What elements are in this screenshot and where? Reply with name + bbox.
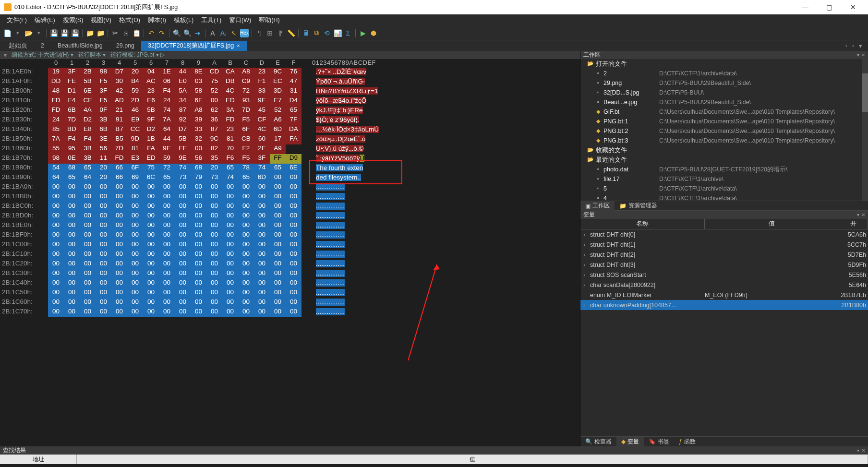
tree-item[interactable]: ▫Beaut...e.jpgD:\CTF\P5-BUU\29Beautiful_… (580, 97, 868, 107)
hex-ascii[interactable]: ................ (307, 192, 345, 202)
hex-byte[interactable]: 00 (286, 260, 301, 269)
hex-byte[interactable]: CC (127, 125, 143, 135)
hex-byte[interactable]: 00 (80, 192, 96, 202)
hex-byte[interactable]: 00 (143, 279, 159, 288)
hex-byte[interactable]: D4 (286, 96, 301, 106)
hex-byte[interactable]: 00 (254, 183, 270, 192)
hex-byte[interactable]: 00 (254, 240, 270, 250)
hex-byte[interactable]: 00 (286, 231, 301, 240)
cut-icon[interactable]: ✂ (111, 29, 120, 37)
hex-row[interactable]: 2B:1B60h:55953B567D81FA9EFF008270F22EA9U… (0, 144, 580, 154)
hex-byte[interactable]: 00 (96, 231, 111, 240)
hex-byte[interactable]: 00 (96, 308, 111, 317)
hex-byte[interactable]: 3F (254, 154, 270, 164)
hex-byte[interactable]: 00 (206, 183, 222, 192)
hex-byte[interactable]: 4C (254, 125, 270, 135)
hex-byte[interactable]: 00 (191, 144, 206, 154)
hex-byte[interactable]: 66 (111, 173, 127, 183)
hex-byte[interactable]: 00 (80, 231, 96, 240)
variable-row[interactable]: ›struct SOS scanStart5E56h (580, 270, 868, 280)
hex-byte[interactable]: 00 (286, 183, 301, 192)
hex-byte[interactable]: 6E (286, 164, 301, 173)
hex-byte[interactable]: 6C (143, 173, 159, 183)
hex-byte[interactable]: 24 (48, 116, 64, 125)
hex-byte[interactable]: 34 (175, 96, 191, 106)
hex-byte[interactable]: 00 (206, 96, 222, 106)
hex-byte[interactable]: D2 (143, 125, 159, 135)
hex-byte[interactable]: 00 (175, 250, 191, 260)
hex-byte[interactable]: 00 (254, 250, 270, 260)
hex-byte[interactable]: 00 (143, 192, 159, 202)
hex-byte[interactable]: 00 (159, 269, 175, 279)
hex-byte[interactable]: 00 (64, 298, 80, 308)
hex-byte[interactable]: 00 (96, 288, 111, 298)
hex-byte[interactable]: 00 (96, 298, 111, 308)
hex-byte[interactable]: 56 (191, 154, 206, 164)
hex-byte[interactable]: 64 (48, 173, 64, 183)
hex-byte[interactable]: 87 (175, 106, 191, 116)
hex-row[interactable]: 2B:1AF0h:DDFE5BF530B4AC06E00375DBC9F1EC4… (0, 77, 580, 87)
hex-byte[interactable]: 00 (286, 192, 301, 202)
variable-row[interactable]: ›struct DHT dht[1]5CC7h (580, 239, 868, 250)
tree-item[interactable]: ▫29.pngD:\CTF\P5-BUU\29Beautiful_Side\ (580, 78, 868, 88)
workspace-tab[interactable]: 📁资源管理器 (615, 201, 662, 211)
tree-group[interactable]: 📂最近的文件 (580, 155, 868, 165)
text-icon[interactable]: Aᵢ (219, 29, 228, 37)
tree-item[interactable]: ◆PNG.bt:2C:\Users\cuihua\Documents\Swe..… (580, 126, 868, 136)
hex-byte[interactable]: 00 (127, 183, 143, 192)
expand-icon[interactable]: › (580, 302, 588, 309)
hex-byte[interactable]: BD (64, 125, 80, 135)
hex-byte[interactable]: 7D (64, 116, 80, 125)
hex-byte[interactable]: 70 (222, 144, 238, 154)
hex-byte[interactable]: 00 (143, 202, 159, 212)
hex-byte[interactable]: 00 (48, 202, 64, 212)
variable-tab[interactable]: 🔖书签 (644, 437, 674, 447)
hex-byte[interactable]: E9 (127, 116, 143, 125)
hex-byte[interactable]: 5A (175, 87, 191, 96)
hex-byte[interactable]: 00 (143, 221, 159, 231)
redo-icon[interactable]: ↷ (157, 29, 166, 37)
hex-byte[interactable]: 00 (254, 202, 270, 212)
hex-byte[interactable]: 00 (238, 192, 254, 202)
hex-row[interactable]: 2B:1C60h:0000000000000000000000000000000… (0, 298, 580, 308)
hex-ascii[interactable]: U•;V}.ú úžÿ.‚.ò.© (307, 144, 363, 154)
panel-close-icon[interactable]: ✕ (861, 52, 865, 58)
hex-byte[interactable]: 00 (191, 308, 206, 317)
hex-byte[interactable]: 6E (80, 87, 96, 96)
hex-byte[interactable]: 65 (159, 173, 175, 183)
hex-byte[interactable]: 00 (286, 269, 301, 279)
hex-byte[interactable]: 7D (238, 106, 254, 116)
hex-byte[interactable]: FD (111, 154, 127, 164)
hex-byte[interactable]: 00 (191, 202, 206, 212)
hex-byte[interactable]: 00 (159, 298, 175, 308)
hex-byte[interactable]: 00 (270, 231, 286, 240)
checksum-icon[interactable]: Σ (344, 29, 352, 37)
hex-byte[interactable]: 00 (175, 192, 191, 202)
hex-row[interactable]: 2B:1B10h:FDF4CFF5AD2DE624346F00ED939EE7D… (0, 96, 580, 106)
hex-byte[interactable]: 00 (286, 279, 301, 288)
hex-byte[interactable]: 00 (286, 308, 301, 317)
expand-icon[interactable]: › (580, 251, 588, 258)
hex-byte[interactable]: A6 (270, 116, 286, 125)
hex-byte[interactable]: 00 (80, 221, 96, 231)
menu-item[interactable]: 搜索(S) (59, 15, 87, 25)
hex-byte[interactable]: 95 (64, 144, 80, 154)
variables-body[interactable]: ›struct DHT dht[0]5CA6h›struct DHT dht[1… (580, 229, 868, 436)
hex-byte[interactable]: FA (143, 144, 159, 154)
hex-byte[interactable]: 00 (96, 212, 111, 221)
hex-byte[interactable]: 00 (48, 298, 64, 308)
hex-byte[interactable]: 20 (96, 173, 111, 183)
hex-byte[interactable]: 74 (175, 164, 191, 173)
hex-byte[interactable]: 00 (270, 308, 286, 317)
hex-ascii[interactable]: ................ (307, 183, 345, 192)
hex-byte[interactable]: 00 (127, 260, 143, 269)
find-icon[interactable]: 🔍 (172, 29, 181, 37)
hex-byte[interactable]: 00 (270, 269, 286, 279)
hex-byte[interactable]: 00 (191, 260, 206, 269)
hex-byte[interactable]: 00 (270, 212, 286, 221)
hex-byte[interactable]: 00 (206, 212, 222, 221)
hex-byte[interactable]: 20 (206, 164, 222, 173)
hex-byte[interactable]: 00 (270, 288, 286, 298)
panel-menu-icon[interactable]: ▾ (857, 52, 859, 58)
hex-ascii[interactable]: ˜.;ýãíYžV5öõ?ÿÙ (307, 154, 364, 164)
